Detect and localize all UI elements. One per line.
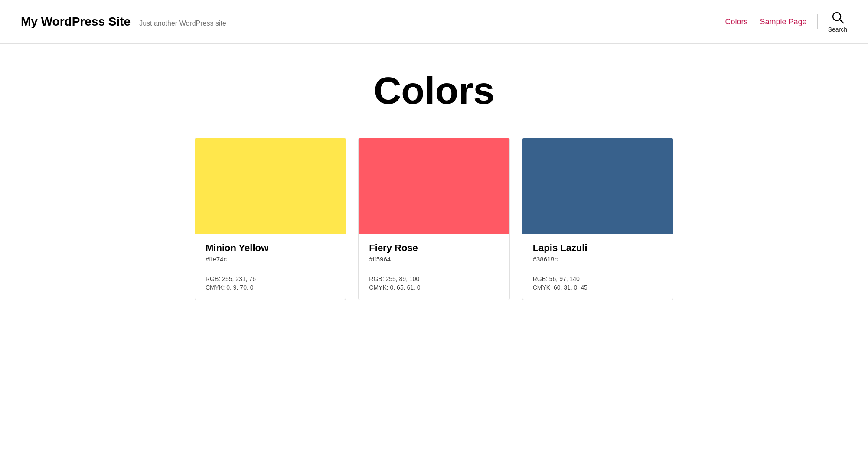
color-cards: Minion Yellow #ffe74c RGB: 255, 231, 76 … (195, 138, 673, 300)
color-rgb: RGB: 255, 89, 100 (369, 275, 499, 282)
color-swatch (359, 138, 509, 234)
site-title[interactable]: My WordPress Site (21, 15, 131, 29)
header-left: My WordPress Site Just another WordPress… (21, 15, 226, 29)
nav-divider (817, 14, 818, 29)
color-rgb: RGB: 255, 231, 76 (206, 275, 335, 282)
color-name: Minion Yellow (206, 242, 335, 254)
nav-link-colors[interactable]: Colors (725, 17, 748, 26)
color-cmyk: CMYK: 60, 31, 0, 45 (533, 284, 662, 291)
color-hex: #ffe74c (206, 255, 335, 263)
color-card-body: Fiery Rose #ff5964 (359, 234, 509, 268)
color-swatch (522, 138, 673, 234)
page-title: Colors (195, 70, 673, 112)
color-card-footer: RGB: 255, 89, 100 CMYK: 0, 65, 61, 0 (359, 268, 509, 300)
color-card: Lapis Lazuli #38618c RGB: 56, 97, 140 CM… (522, 138, 673, 300)
color-cmyk: CMYK: 0, 65, 61, 0 (369, 284, 499, 291)
color-card-body: Minion Yellow #ffe74c (195, 234, 346, 268)
color-card-footer: RGB: 255, 231, 76 CMYK: 0, 9, 70, 0 (195, 268, 346, 300)
color-card: Fiery Rose #ff5964 RGB: 255, 89, 100 CMY… (358, 138, 509, 300)
site-header: My WordPress Site Just another WordPress… (0, 0, 868, 44)
main-content: Colors Minion Yellow #ffe74c RGB: 255, 2… (174, 44, 694, 335)
color-hex: #38618c (533, 255, 662, 263)
color-card-footer: RGB: 56, 97, 140 CMYK: 60, 31, 0, 45 (522, 268, 673, 300)
main-nav: Colors Sample Page (725, 17, 807, 26)
color-name: Lapis Lazuli (533, 242, 662, 254)
search-label: Search (828, 26, 847, 33)
search-icon (831, 10, 845, 24)
svg-line-1 (839, 20, 843, 23)
color-name: Fiery Rose (369, 242, 499, 254)
color-rgb: RGB: 56, 97, 140 (533, 275, 662, 282)
site-tagline: Just another WordPress site (139, 20, 226, 27)
color-cmyk: CMYK: 0, 9, 70, 0 (206, 284, 335, 291)
color-card: Minion Yellow #ffe74c RGB: 255, 231, 76 … (195, 138, 346, 300)
color-hex: #ff5964 (369, 255, 499, 263)
color-card-body: Lapis Lazuli #38618c (522, 234, 673, 268)
nav-link-sample-page[interactable]: Sample Page (760, 17, 807, 26)
color-swatch (195, 138, 346, 234)
search-button[interactable]: Search (828, 10, 847, 33)
header-right: Colors Sample Page Search (725, 10, 847, 33)
